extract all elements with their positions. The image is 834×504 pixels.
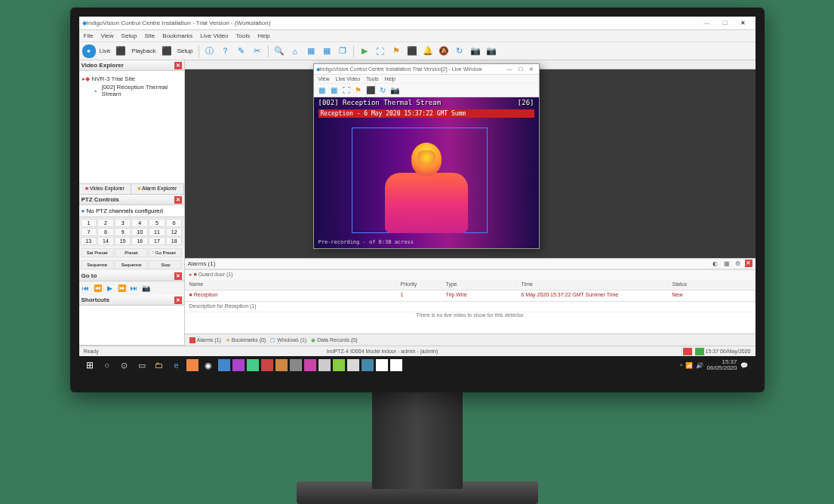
float-min-button[interactable]: —	[504, 66, 515, 72]
menu-bookmarks[interactable]: Bookmarks	[162, 32, 192, 39]
preset-14[interactable]: 14	[97, 237, 114, 245]
record-mode-icon[interactable]: ⬛	[114, 45, 128, 58]
ap-icon-1[interactable]: ◐	[711, 260, 720, 269]
info-icon[interactable]: ⓘ	[203, 45, 217, 58]
live-video-window[interactable]: ◆ IndigoVision Control Centre Installati…	[313, 63, 540, 249]
start-button[interactable]: ⊞	[82, 358, 97, 373]
ft-layout-icon[interactable]: ▦	[317, 85, 328, 96]
bell-off-icon[interactable]: 🔕	[437, 45, 451, 58]
go-preset-button[interactable]: Go Preset	[149, 248, 182, 257]
ap-icon-2[interactable]: ▦	[722, 260, 731, 269]
tab-recorder[interactable]: ◉ Data Records (0)	[311, 337, 357, 343]
ptz-close-icon[interactable]: ✕	[174, 196, 182, 204]
preset-5[interactable]: 5	[149, 219, 165, 227]
flag2-icon[interactable]: ⬛	[405, 45, 419, 58]
task-app14-icon[interactable]	[390, 359, 402, 371]
task-app10-icon[interactable]	[333, 359, 345, 371]
preset-button[interactable]: Preset	[115, 248, 148, 257]
goto-close-icon[interactable]: ✕	[174, 272, 182, 280]
ft-flag-icon[interactable]: ⚑	[353, 85, 364, 96]
live-icon[interactable]: ●	[82, 45, 96, 58]
hdr-type[interactable]: Type	[442, 280, 517, 290]
alarm-table-row[interactable]: ■ Reception 1 Trip Wire 6 May 2020 15:37…	[185, 290, 756, 301]
ft-refresh-icon[interactable]: ↻	[377, 85, 388, 96]
ft-grid-icon[interactable]: ▦	[329, 85, 340, 96]
maximize-button[interactable]: ☐	[716, 20, 734, 26]
set-preset-button[interactable]: Set Preset	[81, 248, 114, 257]
window-icon[interactable]: ❐	[336, 45, 349, 58]
edit-icon[interactable]: ✎	[235, 45, 248, 58]
float-close-button[interactable]: ✕	[526, 66, 537, 72]
task-chrome-icon[interactable]: ◉	[201, 358, 216, 373]
tab-video-explorer[interactable]: ■ Video Explorer	[79, 184, 132, 194]
preset-8[interactable]: 8	[97, 228, 114, 236]
float-menu-tools[interactable]: Tools	[366, 76, 378, 81]
ft-snap-icon[interactable]: 📷	[389, 85, 400, 96]
preset-2[interactable]: 2	[97, 219, 114, 227]
camera2-icon[interactable]: 📷	[485, 45, 498, 58]
menu-setup[interactable]: Setup	[122, 32, 137, 39]
add-icon[interactable]: ▶	[358, 45, 371, 58]
task-taskview-icon[interactable]: ▭	[134, 358, 149, 373]
pb-forward-icon[interactable]: ⏩	[117, 283, 128, 293]
minimize-button[interactable]: —	[698, 20, 716, 26]
preset-12[interactable]: 12	[166, 228, 183, 236]
preset-9[interactable]: 9	[115, 228, 131, 236]
task-app3-icon[interactable]	[232, 359, 245, 371]
tab-bookmarks[interactable]: ★ Bookmarks (0)	[226, 337, 266, 343]
close-button[interactable]: ✕	[734, 20, 752, 26]
menu-livevideo[interactable]: Live Video	[200, 32, 228, 39]
sequence2-button[interactable]: Sequence	[115, 260, 148, 269]
task-app1-icon[interactable]	[186, 359, 198, 371]
task-edge-icon[interactable]: e	[169, 358, 184, 373]
live-label[interactable]: Live	[98, 48, 112, 54]
refresh-icon[interactable]: ↻	[453, 45, 466, 58]
ft-flag2-icon[interactable]: ⬛	[365, 85, 376, 96]
stop-button[interactable]: Stop	[149, 260, 182, 269]
tray-notif-icon[interactable]: 💬	[740, 362, 748, 369]
pb-skip-back-icon[interactable]: ⏮	[81, 283, 91, 293]
cut-icon[interactable]: ✂	[251, 45, 264, 58]
preset-1[interactable]: 1	[81, 219, 97, 227]
preset-7[interactable]: 7	[81, 228, 97, 236]
search-icon[interactable]: 🔍	[272, 45, 286, 58]
tree-site[interactable]: ▸◆ NVR-3 Trial Site	[82, 74, 181, 83]
task-app12-icon[interactable]	[362, 359, 374, 371]
task-app13-icon[interactable]	[376, 359, 388, 371]
task-app9-icon[interactable]	[319, 359, 331, 371]
menu-tools[interactable]: Tools	[236, 32, 251, 39]
task-app4-icon[interactable]	[247, 359, 259, 371]
home-icon[interactable]: ⌂	[288, 45, 302, 58]
preset-13[interactable]: 13	[81, 237, 97, 245]
expand-icon[interactable]: ⛶	[374, 45, 387, 58]
preset-17[interactable]: 17	[149, 237, 165, 245]
task-cortana-icon[interactable]: ⊙	[117, 358, 132, 373]
tray-sound-icon[interactable]: 🔊	[696, 362, 703, 369]
pb-snap-icon[interactable]: 📷	[141, 283, 152, 293]
tray-clock[interactable]: 15:37 06/05/2020	[706, 359, 737, 371]
hdr-status[interactable]: Status	[668, 280, 756, 290]
hdr-name[interactable]: Name	[185, 280, 396, 290]
explorer-close-icon[interactable]: ✕	[174, 62, 182, 69]
preset-10[interactable]: 10	[131, 228, 148, 236]
menu-help[interactable]: Help	[257, 32, 269, 39]
task-explorer-icon[interactable]: 🗀	[152, 358, 167, 373]
preset-16[interactable]: 16	[131, 237, 148, 245]
setup-label[interactable]: Setup	[176, 48, 195, 54]
flag-icon[interactable]: ⚑	[389, 45, 403, 58]
menu-view[interactable]: View	[100, 32, 113, 39]
sequence-button[interactable]: Sequence	[81, 260, 114, 269]
preset-4[interactable]: 4	[131, 219, 148, 227]
float-menu-help[interactable]: Help	[384, 76, 395, 81]
shortcuts-close-icon[interactable]: ✕	[174, 297, 182, 304]
camera-icon[interactable]: 📷	[469, 45, 482, 58]
float-menu-view[interactable]: View	[319, 76, 330, 81]
tree-camera[interactable]: ▪ [002] Reception Thermal Stream	[82, 83, 181, 98]
pb-play-icon[interactable]: ▶	[105, 283, 115, 293]
windows-taskbar[interactable]: ⊞ ○ ⊙ ▭ 🗀 e ◉ ^ 📶 🔊	[79, 356, 756, 374]
layout1-icon[interactable]: ▦	[304, 45, 318, 58]
pb-rewind-icon[interactable]: ⏪	[93, 283, 103, 293]
playback-label[interactable]: Playback	[130, 48, 157, 54]
hdr-time[interactable]: Time	[517, 280, 668, 290]
alarm-guard-row[interactable]: ▸ ■ Guard door (1)	[185, 269, 756, 280]
